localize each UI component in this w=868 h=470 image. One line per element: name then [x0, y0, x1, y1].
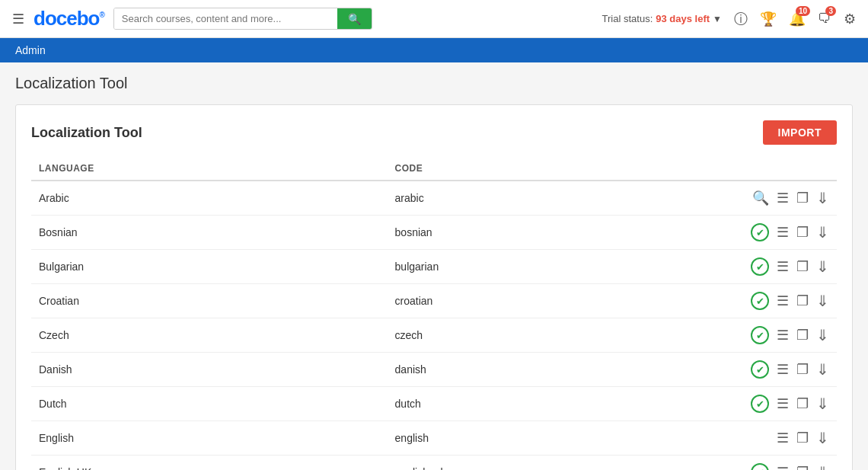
table-row: Englishenglish☰❐⇓ — [31, 421, 837, 456]
trial-status[interactable]: Trial status: 93 days left ▼ — [602, 13, 722, 24]
notifications-icon[interactable]: 🔔 10 — [789, 11, 806, 27]
menu-action-icon[interactable]: ☰ — [777, 430, 789, 446]
code-cell: bulgarian — [388, 250, 743, 284]
menu-action-icon[interactable]: ☰ — [777, 464, 789, 470]
actions-cell: ✔☰❐⇓ — [743, 353, 837, 387]
active-check-icon[interactable]: ✔ — [751, 292, 769, 310]
active-check-icon[interactable]: ✔ — [751, 326, 769, 344]
download-action-icon[interactable]: ⇓ — [816, 223, 829, 241]
edit-action-icon[interactable]: ❐ — [796, 395, 809, 412]
card-title: Localization Tool — [31, 125, 142, 141]
active-check-icon[interactable]: ✔ — [751, 463, 769, 470]
actions-cell: ✔☰❐⇓ — [743, 456, 837, 471]
menu-action-icon[interactable]: ☰ — [777, 190, 789, 206]
edit-action-icon[interactable]: ❐ — [796, 190, 809, 206]
table-row: Bosnianbosnian✔☰❐⇓ — [31, 216, 837, 250]
search-button[interactable]: 🔍 — [337, 8, 372, 29]
code-cell: dutch — [388, 387, 743, 421]
language-cell: English — [31, 421, 388, 456]
actions-cell: 🔍​☰❐⇓ — [743, 181, 837, 216]
table-row: Dutchdutch✔☰❐⇓ — [31, 387, 837, 421]
actions-cell: ☰❐⇓ — [743, 421, 837, 456]
menu-action-icon[interactable]: ☰ — [777, 395, 789, 412]
settings-icon[interactable]: ⚙ — [844, 11, 856, 27]
menu-icon[interactable]: ☰ — [12, 11, 24, 27]
table-row: English UKenglish_uk✔☰❐⇓ — [31, 456, 837, 471]
messages-icon[interactable]: 🗨 3 — [818, 11, 831, 27]
edit-action-icon[interactable]: ❐ — [796, 258, 809, 275]
download-action-icon[interactable]: ⇓ — [816, 429, 829, 447]
active-check-icon[interactable]: ✔ — [751, 257, 769, 276]
actions-cell: ✔☰❐⇓ — [743, 250, 837, 284]
download-action-icon[interactable]: ⇓ — [816, 463, 829, 470]
code-cell: czech — [388, 318, 743, 353]
trial-label: Trial status: — [602, 13, 653, 24]
code-cell: danish — [388, 353, 743, 387]
trial-dropdown-icon[interactable]: ▼ — [713, 14, 722, 24]
language-cell: Czech — [31, 318, 388, 353]
logo: docebo® — [34, 7, 104, 30]
column-language: LANGUAGE — [31, 157, 388, 181]
help-icon[interactable]: ⓘ — [734, 10, 748, 28]
search-input[interactable] — [114, 8, 337, 29]
actions-cell: ✔☰❐⇓ — [743, 216, 837, 250]
download-action-icon[interactable]: ⇓ — [816, 395, 829, 413]
download-action-icon[interactable]: ⇓ — [816, 257, 829, 276]
edit-action-icon[interactable]: ❐ — [796, 430, 809, 446]
menu-action-icon[interactable]: ☰ — [777, 327, 789, 344]
download-action-icon[interactable]: ⇓ — [816, 189, 829, 207]
table-row: Croatiancroatian✔☰❐⇓ — [31, 284, 837, 318]
download-action-icon[interactable]: ⇓ — [816, 360, 829, 379]
actions-cell: ✔☰❐⇓ — [743, 318, 837, 353]
top-nav: ☰ docebo® 🔍 Trial status: 93 days left ▼… — [0, 0, 868, 38]
code-cell: arabic — [388, 181, 743, 216]
language-table: LANGUAGE CODE Arabicarabic🔍​☰❐⇓Bosnianbo… — [31, 157, 837, 470]
page-title: Localization Tool — [15, 75, 853, 92]
active-check-icon[interactable]: ✔ — [751, 395, 769, 413]
language-cell: Arabic — [31, 181, 388, 216]
table-row: Czechczech✔☰❐⇓ — [31, 318, 837, 353]
table-row: Bulgarianbulgarian✔☰❐⇓ — [31, 250, 837, 284]
menu-action-icon[interactable]: ☰ — [777, 224, 789, 241]
edit-action-icon[interactable]: ❐ — [796, 464, 809, 470]
download-action-icon[interactable]: ⇓ — [816, 326, 829, 344]
nav-right: Trial status: 93 days left ▼ ⓘ 🏆 🔔 10 🗨 … — [602, 10, 856, 28]
search-wrapper: 🔍 — [113, 8, 372, 30]
actions-cell: ✔☰❐⇓ — [743, 284, 837, 318]
searching-icon[interactable]: 🔍​ — [752, 190, 769, 206]
card-header: Localization Tool IMPORT — [31, 120, 837, 145]
edit-action-icon[interactable]: ❐ — [796, 327, 809, 344]
language-cell: Danish — [31, 353, 388, 387]
trademark-icon: ® — [99, 11, 104, 19]
menu-action-icon[interactable]: ☰ — [777, 293, 789, 309]
edit-action-icon[interactable]: ❐ — [796, 361, 809, 378]
table-row: Arabicarabic🔍​☰❐⇓ — [31, 181, 837, 216]
menu-action-icon[interactable]: ☰ — [777, 361, 789, 378]
language-cell: Croatian — [31, 284, 388, 318]
language-cell: English UK — [31, 456, 388, 471]
messages-badge: 3 — [825, 6, 836, 16]
table-body: Arabicarabic🔍​☰❐⇓Bosnianbosnian✔☰❐⇓Bulga… — [31, 181, 837, 470]
edit-action-icon[interactable]: ❐ — [796, 293, 809, 309]
localization-card: Localization Tool IMPORT LANGUAGE CODE A… — [15, 104, 853, 470]
download-action-icon[interactable]: ⇓ — [816, 292, 829, 310]
table-header: LANGUAGE CODE — [31, 157, 837, 181]
active-check-icon[interactable]: ✔ — [751, 223, 769, 241]
language-cell: Bosnian — [31, 216, 388, 250]
language-cell: Bulgarian — [31, 250, 388, 284]
page-wrapper: Localization Tool Localization Tool IMPO… — [0, 62, 868, 470]
column-code: CODE — [388, 157, 743, 181]
admin-bar: Admin — [0, 38, 868, 62]
actions-cell: ✔☰❐⇓ — [743, 387, 837, 421]
table-row: Danishdanish✔☰❐⇓ — [31, 353, 837, 387]
import-button[interactable]: IMPORT — [763, 120, 837, 145]
code-cell: english_uk — [388, 456, 743, 471]
code-cell: english — [388, 421, 743, 456]
trial-days: 93 days left — [656, 13, 710, 24]
active-check-icon[interactable]: ✔ — [751, 360, 769, 379]
trophy-icon[interactable]: 🏆 — [760, 11, 777, 27]
edit-action-icon[interactable]: ❐ — [796, 224, 809, 241]
language-cell: Dutch — [31, 387, 388, 421]
menu-action-icon[interactable]: ☰ — [777, 258, 789, 275]
notifications-badge: 10 — [796, 6, 810, 16]
